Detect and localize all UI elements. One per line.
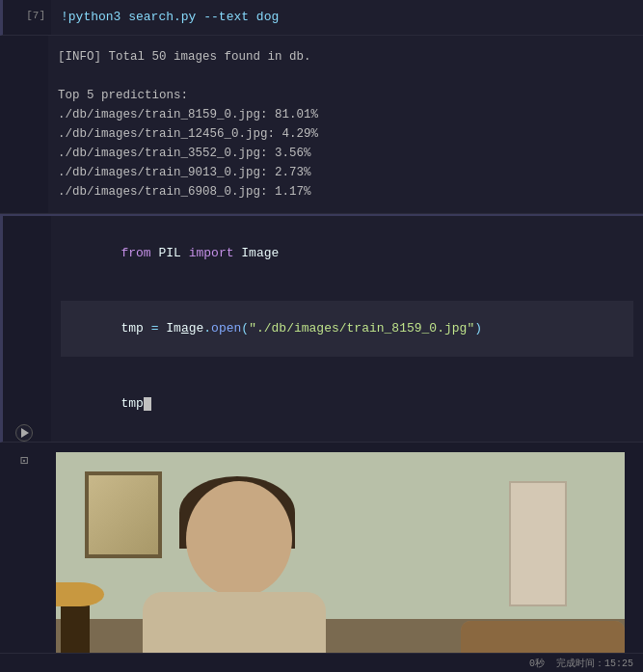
door [509,481,567,606]
code-line-blank2 [61,357,633,376]
cell-1-gutter: [7] [3,0,51,35]
run-button-cell2[interactable] [15,424,33,442]
notebook-container: [7] !python3 search.py --text dog [INFO]… [0,0,643,672]
picture-frame [85,471,162,558]
status-time: 0秒 [529,657,545,670]
status-separator [545,658,556,668]
cell-1-output-gutter [0,36,48,213]
cell-2-input: from PIL import Image tmp = Image.open("… [0,214,643,444]
export-icon[interactable]: ⊡ [20,452,28,469]
code-line-tmp: tmp [61,376,633,433]
status-completion: 完成时间：15:25 [556,657,633,670]
image-output-area: CSDN @只会git clone的程序员 [48,443,643,672]
cell-1-number: [7] [26,10,45,21]
code-line-blank1 [61,282,633,301]
output-info-line: [INFO] Total 50 images found in db. Top … [58,43,633,205]
code-line-pil-import: from PIL import Image [61,226,633,282]
code-line-1: !python3 search.py --text dog [61,8,633,27]
cell-1-input: [7] !python3 search.py --text dog [0,0,643,36]
code-line-image-open: tmp = Image.open("./db/images/train_8159… [61,301,633,358]
image-cell-gutter: ⊡ [0,443,48,672]
picture-inner [89,475,158,554]
cell-1-code[interactable]: !python3 search.py --text dog [51,0,643,35]
photo-image: CSDN @只会git clone的程序员 [56,452,625,672]
cell-2-gutter [3,216,51,443]
cell-image-output: ⊡ [0,443,643,672]
cell-1-output: [INFO] Total 50 images found in db. Top … [0,36,643,214]
cell-1-output-content: [INFO] Total 50 images found in db. Top … [48,36,643,213]
person-head [186,481,292,597]
lamp-shade [56,582,104,606]
cell-2-code[interactable]: from PIL import Image tmp = Image.open("… [51,216,643,443]
status-bar: 0秒 完成时间：15:25 [0,653,643,672]
